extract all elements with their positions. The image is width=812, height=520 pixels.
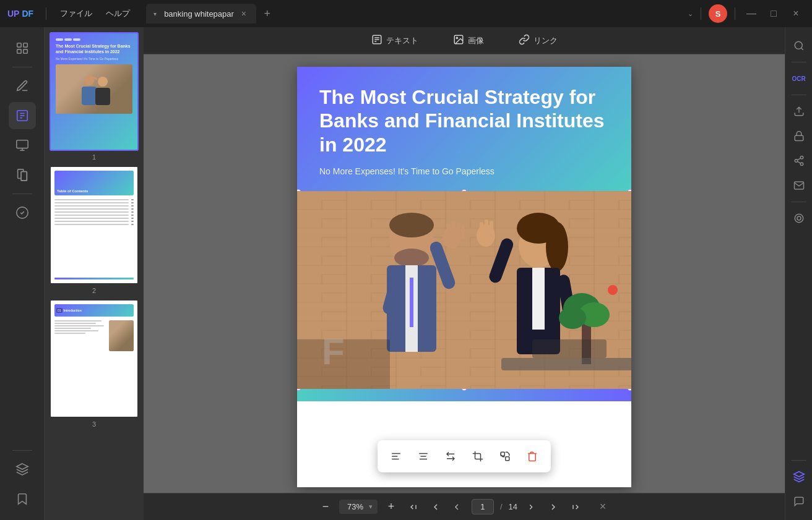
menu-help[interactable]: ヘルプ (100, 6, 136, 22)
nav-prev-small-button[interactable] (449, 498, 467, 516)
sidebar-icon-organize[interactable] (9, 132, 36, 159)
thumbnail-page-1[interactable]: The Most Crucial Strategy for Banks and … (50, 32, 139, 161)
svg-rect-2 (17, 49, 20, 53)
right-icon-layers[interactable] (788, 466, 810, 488)
ft-delete-button[interactable] (521, 445, 543, 467)
toc-line-6 (54, 215, 134, 216)
toc-line-9 (54, 224, 134, 225)
svg-point-79 (800, 163, 803, 166)
sidebar-icon-view[interactable] (9, 35, 36, 62)
nav-next-page-button[interactable] (545, 498, 562, 516)
maximize-button[interactable]: □ (765, 5, 782, 22)
right-icon-lock[interactable] (788, 125, 810, 147)
right-icon-share[interactable] (788, 150, 810, 172)
thumb-page1-content: The Most Crucial Strategy for Banks and … (51, 33, 137, 150)
nav-prev-page-button[interactable] (427, 498, 444, 516)
ft-replace-button[interactable] (494, 445, 516, 467)
tab-bar: ▾ banking whitepapar × + (146, 4, 683, 23)
collapse-arrow-icon[interactable]: ⌄ (688, 10, 693, 18)
thumb-logo-dot-1 (56, 38, 63, 41)
close-toolbar-button[interactable]: × (594, 498, 611, 516)
svg-rect-39 (452, 221, 456, 239)
thumbnail-page-3[interactable]: 01 Introduction (50, 299, 139, 428)
thumb-intro-image (109, 320, 134, 351)
toolbar-image-label: 画像 (468, 35, 484, 46)
svg-point-82 (795, 214, 803, 223)
toolbar-link-button[interactable]: リンク (511, 30, 565, 51)
right-icon-ocr[interactable]: OCR (788, 67, 810, 90)
minimize-button[interactable]: — (743, 5, 760, 22)
svg-line-81 (797, 158, 800, 160)
thumb-logo-dot-3 (73, 38, 80, 41)
thumb-number-3: 3 (92, 420, 96, 428)
svg-point-77 (800, 156, 803, 160)
ft-align-left-button[interactable] (385, 445, 407, 467)
toolbar-image-button[interactable]: 画像 (446, 30, 491, 51)
thumb-toc-header: Table of Contents (54, 171, 134, 195)
right-icon-export[interactable] (788, 100, 810, 122)
sidebar-icon-convert[interactable] (9, 161, 36, 189)
thumb-title: The Most Crucial Strategy for Banks and … (56, 43, 132, 54)
page-number-input[interactable] (472, 499, 494, 514)
svg-rect-70 (506, 457, 509, 461)
thumb-page3-header: 01 Introduction (54, 304, 134, 317)
zoom-in-button[interactable]: + (382, 498, 400, 516)
sidebar-icon-bookmark[interactable] (9, 485, 36, 513)
right-icon-mail[interactable] (788, 174, 810, 197)
toc-line-3 (54, 205, 134, 207)
sidebar-icon-annotate[interactable] (9, 72, 36, 100)
titlebar-menu: ファイル ヘルプ (54, 6, 136, 22)
right-icon-record[interactable] (788, 207, 810, 229)
svg-point-73 (795, 41, 802, 49)
toc-line-2 (54, 202, 134, 203)
logo-up-text: UP (7, 9, 19, 19)
ft-crop-button[interactable] (467, 445, 489, 467)
zoom-display[interactable]: 73% ▾ (339, 500, 378, 514)
tab-add-button[interactable]: + (259, 5, 276, 22)
svg-text:F: F (322, 331, 345, 372)
ft-flip-button[interactable] (439, 445, 462, 467)
right-icon-chat[interactable] (788, 490, 810, 513)
svg-point-45 (546, 222, 568, 271)
right-icon-search[interactable] (788, 35, 810, 57)
toc-line-1 (54, 199, 134, 200)
svg-marker-84 (793, 472, 804, 477)
svg-rect-76 (795, 135, 803, 140)
tab-dropdown-icon: ▾ (153, 11, 157, 17)
sidebar-icon-sign[interactable] (9, 199, 36, 226)
toolbar-text-button[interactable]: テキスト (364, 30, 426, 51)
toc-line-8 (54, 221, 134, 222)
thumb-page3-content: 01 Introduction (51, 300, 137, 417)
edit-toolbar: テキスト 画像 リンク (144, 27, 785, 54)
thumb-logo-bar (56, 38, 132, 41)
nav-last-page-button[interactable] (567, 498, 584, 516)
thumb-img-2: Table of Contents (50, 166, 139, 284)
page-separator: / (500, 502, 503, 511)
thumb-number-2: 2 (92, 287, 96, 294)
svg-rect-52 (490, 221, 493, 238)
titlebar-divider-1 (46, 7, 46, 20)
thumb-section-num: 01 (56, 308, 63, 313)
toolbar-text-label: テキスト (386, 35, 418, 46)
svg-rect-18 (95, 88, 110, 105)
svg-rect-0 (17, 43, 20, 47)
pdf-canvas-area[interactable]: The Most Crucial Strategy for Banks and … (144, 54, 785, 493)
thumbnail-page-2[interactable]: Table of Contents (50, 166, 139, 294)
zoom-out-button[interactable]: − (317, 498, 334, 516)
sidebar-icon-edit[interactable] (9, 102, 36, 129)
svg-rect-16 (82, 87, 97, 105)
sidebar-icon-layers[interactable] (9, 456, 36, 483)
tab-close-button[interactable]: × (239, 9, 249, 19)
ft-align-center-button[interactable] (412, 445, 434, 467)
user-avatar[interactable]: S (709, 4, 727, 23)
menu-file[interactable]: ファイル (54, 6, 98, 22)
image-selection-wrapper[interactable]: F (297, 191, 631, 389)
intro-line-2 (54, 323, 96, 324)
nav-next-small-button[interactable] (522, 498, 540, 516)
svg-rect-58 (501, 358, 631, 370)
nav-first-page-button[interactable] (405, 498, 422, 516)
svg-point-25 (456, 37, 457, 38)
close-window-button[interactable]: × (787, 5, 805, 22)
tab-banking-whitepaper[interactable]: ▾ banking whitepapar × (146, 4, 256, 23)
svg-line-74 (801, 48, 803, 49)
